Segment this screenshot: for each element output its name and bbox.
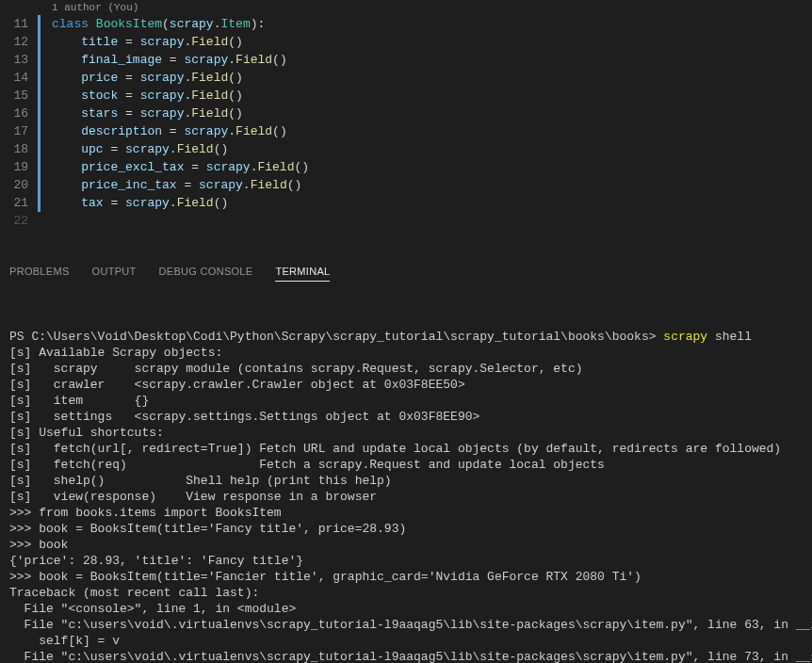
prompt-command: scrapy: [663, 330, 707, 344]
code-content[interactable]: stock = scrapy.Field(): [52, 87, 243, 105]
code-content[interactable]: final_image = scrapy.Field(): [52, 51, 287, 69]
gutter-indicator: [38, 140, 41, 158]
code-content[interactable]: price_inc_tax = scrapy.Field(): [52, 176, 301, 194]
terminal-panel[interactable]: PS C:\Users\Void\Desktop\Codi\Python\Scr…: [0, 287, 812, 663]
terminal-line: Traceback (most recent call last):: [9, 585, 803, 601]
code-line[interactable]: 22: [0, 212, 812, 230]
line-number: 17: [0, 122, 38, 140]
gutter-indicator: [38, 51, 41, 69]
gutter-indicator: [38, 105, 41, 122]
code-editor[interactable]: 1 author (You) 11class BooksItem(scrapy.…: [0, 0, 812, 247]
code-line[interactable]: 21 tax = scrapy.Field(): [0, 194, 812, 212]
terminal-line: >>> book = BooksItem(title='Fancier titl…: [9, 569, 803, 585]
panel-tab-problems[interactable]: PROBLEMS: [9, 266, 70, 277]
terminal-line: File "c:\users\void\.virtualenvs\scrapy_…: [9, 617, 803, 633]
terminal-line: [s] Available Scrapy objects:: [9, 345, 803, 361]
line-number: 19: [0, 158, 38, 176]
panel-tab-debug-console[interactable]: DEBUG CONSOLE: [159, 266, 253, 277]
terminal-line: [s] view(response) View response in a br…: [9, 489, 803, 505]
terminal-line: [s] shelp() Shell help (print this help): [9, 473, 803, 489]
panel-tab-terminal[interactable]: TERMINAL: [275, 266, 330, 282]
line-number: 21: [0, 194, 38, 212]
gutter-indicator: [38, 33, 41, 51]
terminal-line: >>> from books.items import BooksItem: [9, 505, 803, 521]
line-number: 18: [0, 140, 38, 158]
code-line[interactable]: 19 price_excl_tax = scrapy.Field(): [0, 158, 812, 176]
gutter-indicator: [38, 69, 41, 87]
code-line[interactable]: 17 description = scrapy.Field(): [0, 122, 812, 140]
terminal-line: File "c:\users\void\.virtualenvs\scrapy_…: [9, 649, 803, 663]
code-content[interactable]: description = scrapy.Field(): [52, 122, 287, 140]
line-number: 16: [0, 105, 38, 122]
line-number: 20: [0, 176, 38, 194]
line-number: 15: [0, 87, 38, 105]
code-content[interactable]: price_excl_tax = scrapy.Field(): [52, 158, 309, 176]
terminal-line: [s] fetch(req) Fetch a scrapy.Request an…: [9, 457, 803, 473]
terminal-line: >>> book: [9, 537, 803, 553]
gutter-indicator: [38, 87, 41, 105]
gutter-indicator: [38, 158, 41, 176]
terminal-line: [9, 313, 803, 329]
panel-tab-output[interactable]: OUTPUT: [92, 266, 137, 277]
terminal-line: File "<console>", line 1, in <module>: [9, 601, 803, 617]
code-content[interactable]: class BooksItem(scrapy.Item):: [52, 15, 265, 33]
code-content[interactable]: price = scrapy.Field(): [52, 69, 243, 87]
code-line[interactable]: 16 stars = scrapy.Field(): [0, 105, 812, 122]
terminal-line: >>> book = BooksItem(title='Fancy title'…: [9, 521, 803, 537]
codelens-author[interactable]: 1 author (You): [0, 0, 812, 15]
code-content[interactable]: upc = scrapy.Field(): [52, 140, 228, 158]
line-number: 12: [0, 33, 38, 51]
gutter-indicator: [38, 194, 41, 212]
prompt-arg: shell: [707, 330, 752, 344]
code-line[interactable]: 12 title = scrapy.Field(): [0, 33, 812, 51]
code-line[interactable]: 13 final_image = scrapy.Field(): [0, 51, 812, 69]
line-number: 11: [0, 15, 38, 33]
terminal-line: [s] fetch(url[, redirect=True]) Fetch UR…: [9, 441, 803, 457]
terminal-line: self[k] = v: [9, 633, 803, 649]
terminal-line: [s] scrapy scrapy module (contains scrap…: [9, 361, 803, 377]
terminal-output[interactable]: PS C:\Users\Void\Desktop\Codi\Python\Scr…: [9, 297, 803, 663]
terminal-prompt-line[interactable]: PS C:\Users\Void\Desktop\Codi\Python\Scr…: [9, 329, 803, 345]
code-body[interactable]: 11class BooksItem(scrapy.Item):12 title …: [0, 15, 812, 230]
code-content[interactable]: stars = scrapy.Field(): [52, 105, 243, 122]
code-line[interactable]: 15 stock = scrapy.Field(): [0, 87, 812, 105]
code-line[interactable]: 20 price_inc_tax = scrapy.Field(): [0, 176, 812, 194]
gutter-indicator: [38, 15, 41, 33]
terminal-line: [s] crawler <scrapy.crawler.Crawler obje…: [9, 377, 803, 393]
code-line[interactable]: 18 upc = scrapy.Field(): [0, 140, 812, 158]
panel-tabs: PROBLEMSOUTPUTDEBUG CONSOLETERMINAL: [0, 256, 812, 287]
gutter-indicator: [38, 212, 41, 230]
terminal-line: [s] settings <scrapy.settings.Settings o…: [9, 409, 803, 425]
gutter-indicator: [38, 122, 41, 140]
code-line[interactable]: 14 price = scrapy.Field(): [0, 69, 812, 87]
code-content[interactable]: title = scrapy.Field(): [52, 33, 243, 51]
terminal-line: [9, 297, 803, 313]
code-line[interactable]: 11class BooksItem(scrapy.Item):: [0, 15, 812, 33]
code-content[interactable]: tax = scrapy.Field(): [52, 194, 228, 212]
gutter-indicator: [38, 176, 41, 194]
terminal-line: [s] Useful shortcuts:: [9, 425, 803, 441]
line-number: 13: [0, 51, 38, 69]
terminal-line: {'price': 28.93, 'title': 'Fancy title'}: [9, 553, 803, 569]
line-number: 22: [0, 212, 38, 230]
terminal-line: [s] item {}: [9, 393, 803, 409]
prompt-path: PS C:\Users\Void\Desktop\Codi\Python\Scr…: [9, 330, 663, 344]
line-number: 14: [0, 69, 38, 87]
